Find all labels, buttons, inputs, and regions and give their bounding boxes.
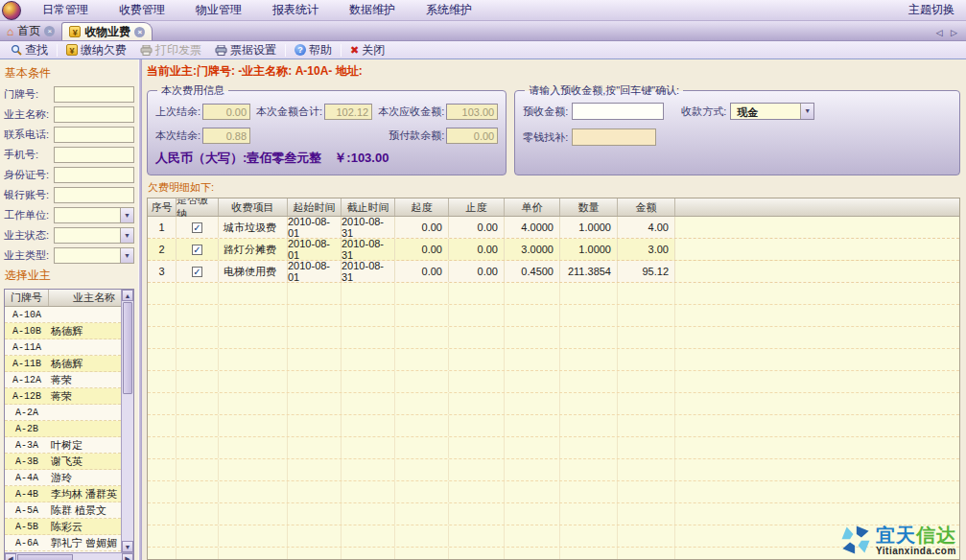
field-input[interactable] (54, 147, 134, 163)
total-amount-value: 102.12 (324, 104, 372, 120)
fee-info-group: 本次费用信息 上次结余: 0.00 本次金额合计: 102.12 本次应收金额:… (147, 83, 507, 175)
owner-row[interactable]: A-4A游玲 (5, 470, 121, 486)
owner-row[interactable]: A-12B蒋荣 (5, 388, 121, 405)
money-icon: ¥ (66, 44, 78, 56)
detail-cell-end: 2010-08-31 (342, 239, 395, 260)
detail-col-header[interactable]: 金额 (618, 198, 675, 216)
detail-col-header[interactable]: 起度 (395, 198, 449, 216)
scroll-down-icon[interactable]: ▼ (122, 541, 133, 552)
owner-row[interactable]: A-6A郭礼宁 曾媚媚 (5, 535, 121, 551)
detail-cell-start: 2010-08-01 (288, 261, 342, 282)
field-input[interactable] (54, 86, 134, 103)
find-button-label: 查找 (25, 42, 48, 58)
detail-col-header[interactable]: 收费项目 (219, 198, 288, 216)
owner-row[interactable]: A-10A (5, 307, 121, 323)
tab-home-close-icon[interactable]: × (44, 26, 55, 36)
menu-item-system[interactable]: 系统维护 (411, 2, 487, 18)
detail-cell-price: 0.4500 (505, 261, 560, 282)
detail-col-header[interactable]: 单价 (505, 198, 560, 216)
empty-grid-row (148, 327, 959, 349)
detail-row[interactable]: 2✓路灯分摊费2010-08-012010-08-310.000.003.000… (148, 239, 959, 261)
owner-col-id-header[interactable]: 门牌号 (5, 290, 49, 306)
field-combo[interactable]: ▼ (54, 207, 134, 223)
tab-collect-fee-close-icon[interactable]: × (134, 27, 145, 37)
owner-id-cell: A-10B (5, 326, 49, 337)
tab-scroll-arrows[interactable]: ◁ ▷ (936, 28, 966, 40)
detail-col-header[interactable]: 截止时间 (342, 198, 395, 216)
field-input[interactable] (54, 127, 134, 143)
close-button[interactable]: ✖ 关闭 (343, 42, 391, 58)
field-input[interactable] (54, 167, 134, 183)
paid-checkbox[interactable]: ✓ (192, 245, 202, 255)
owner-row[interactable]: A-3A叶树定 (5, 437, 121, 454)
chevron-down-icon[interactable]: ▼ (120, 228, 133, 243)
menu-item-property[interactable]: 物业管理 (180, 2, 257, 18)
field-combo[interactable]: ▼ (54, 247, 134, 264)
chevron-down-icon[interactable]: ▼ (120, 248, 133, 263)
tab-home[interactable]: ⌂ 首页 × (0, 22, 61, 40)
hscroll-thumb[interactable] (17, 554, 73, 560)
owner-row[interactable]: A-12A蒋荣 (5, 372, 121, 388)
chevron-down-icon[interactable]: ▼ (120, 208, 133, 222)
help-button[interactable]: ? 帮助 (288, 42, 339, 58)
field-input[interactable] (54, 106, 134, 123)
app-logo-orb-icon[interactable] (2, 1, 21, 20)
toolbar: 查找 ¥ 缴纳欠费 打印发票 票据设置 ? 帮助 ✖ 关闭 (0, 41, 966, 59)
detail-row[interactable]: 1✓城市垃圾费2010-08-012010-08-310.000.004.000… (148, 217, 959, 239)
empty-grid-row (148, 503, 959, 525)
detail-col-header[interactable]: 止度 (449, 198, 505, 216)
tab-home-label: 首页 (17, 23, 40, 39)
owner-row[interactable]: A-5B陈彩云 (5, 519, 121, 535)
field-row: 业主类型:▼ (4, 247, 134, 264)
owner-row[interactable]: A-5A陈群 植景文 (5, 502, 121, 519)
owner-id-cell: A-10A (5, 310, 49, 320)
owner-row[interactable]: A-11B杨德辉 (5, 356, 121, 372)
owner-row[interactable]: A-2A (5, 405, 121, 421)
detail-cell-filler (675, 217, 959, 238)
field-input[interactable] (54, 187, 134, 203)
vscroll-thumb[interactable] (123, 302, 132, 394)
detail-cell-to: 0.00 (449, 239, 505, 260)
pay-arrears-button[interactable]: ¥ 缴纳欠费 (59, 42, 133, 58)
owner-row[interactable]: A-3B谢飞英 (5, 454, 121, 470)
scroll-left-icon[interactable]: ◀ (5, 553, 16, 560)
prepay-amount-input[interactable] (572, 103, 664, 120)
owner-row[interactable]: A-11A (5, 339, 121, 356)
chevron-down-icon[interactable]: ▼ (800, 104, 813, 119)
detail-col-header[interactable]: 数量 (560, 198, 618, 216)
total-amount-label: 本次金额合计: (256, 105, 322, 119)
detail-col-header[interactable]: 序号 (148, 198, 177, 216)
paid-checkbox[interactable]: ✓ (192, 222, 202, 233)
detail-col-header[interactable]: 是否缴纳 (177, 198, 219, 216)
pay-method-select[interactable]: 现金 ▼ (730, 103, 814, 120)
arrears-detail-table: 序号是否缴纳收费项目起始时间截止时间起度止度单价数量金额 1✓城市垃圾费2010… (147, 198, 960, 560)
owner-name-cell: 蒋荣 (49, 373, 121, 387)
owner-col-name-header[interactable]: 业主名称 (49, 290, 121, 306)
owner-row[interactable]: A-4B李均林 潘群英 (5, 486, 121, 502)
field-combo[interactable]: ▼ (54, 227, 134, 244)
close-label: 关闭 (362, 42, 385, 58)
close-icon: ✖ (350, 44, 359, 57)
receipt-setup-button[interactable]: 票据设置 (208, 42, 283, 58)
owner-row[interactable]: A-2B (5, 421, 121, 437)
print-invoice-button: 打印发票 (133, 42, 208, 58)
scroll-up-icon[interactable]: ▲ (122, 290, 133, 301)
prepay-input-group: 请输入预收金额,按"回车键"确认: 预收金额: 收款方式: 现金 ▼ 零钱找补: (514, 83, 960, 175)
owner-list-vscrollbar[interactable]: ▲ ▼ (121, 290, 133, 552)
theme-switch-button[interactable]: 主题切换 (908, 2, 966, 18)
content-area: 基本条件 门牌号:业主名称:联系电话:手机号:身份证号:银行账号:工作单位:▼业… (0, 59, 966, 560)
menu-item-daily[interactable]: 日常管理 (27, 2, 104, 18)
menu-item-data[interactable]: 数据维护 (334, 2, 411, 18)
owner-list-hscrollbar[interactable]: ◀ ▶ (5, 552, 133, 560)
find-button[interactable]: 查找 (4, 42, 55, 58)
scroll-right-icon[interactable]: ▶ (122, 553, 133, 560)
menu-item-charge[interactable]: 收费管理 (104, 2, 180, 18)
detail-row[interactable]: 3✓电梯使用费2010-08-012010-08-310.000.000.450… (148, 261, 959, 283)
tab-collect-fee[interactable]: ¥ 收物业费 × (61, 22, 153, 40)
menu-bar: 日常管理 收费管理 物业管理 报表统计 数据维护 系统维护 主题切换 (0, 0, 966, 21)
paid-checkbox[interactable]: ✓ (192, 267, 202, 277)
field-row: 工作单位:▼ (4, 207, 134, 223)
detail-col-header[interactable]: 起始时间 (288, 198, 342, 216)
menu-item-report[interactable]: 报表统计 (257, 2, 334, 18)
owner-row[interactable]: A-10B杨德辉 (5, 323, 121, 339)
